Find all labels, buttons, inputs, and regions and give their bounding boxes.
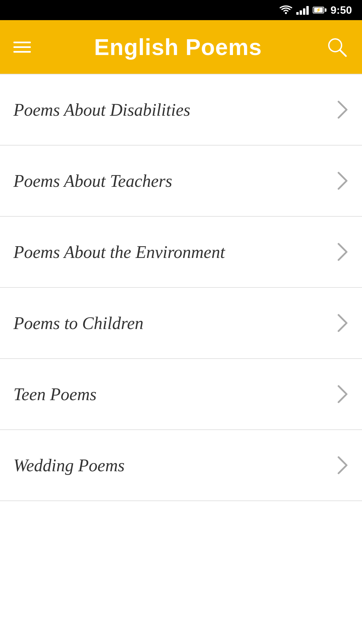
list-item-environment[interactable]: Poems About the Environment [0, 217, 362, 287]
list-item-teachers[interactable]: Poems About Teachers [0, 146, 362, 216]
status-bar: ⚡ 9:50 [0, 0, 362, 20]
search-icon [326, 37, 347, 57]
list-item-label-children: Poems to Children [13, 313, 143, 333]
list-item-children[interactable]: Poems to Children [0, 288, 362, 358]
svg-point-0 [285, 12, 287, 14]
list-item-wedding[interactable]: Wedding Poems [0, 430, 362, 500]
chevron-right-icon [337, 313, 349, 333]
status-time: 9:50 [330, 4, 352, 16]
chevron-right-icon [337, 384, 349, 404]
chevron-right-icon [337, 455, 349, 475]
app-header: English Poems [0, 20, 362, 74]
list-item-label-teen: Teen Poems [13, 384, 97, 404]
list-item-label-teachers: Poems About Teachers [13, 171, 172, 191]
chevron-right-icon [337, 242, 349, 262]
menu-button[interactable] [13, 42, 31, 53]
chevron-right-icon [337, 100, 349, 120]
status-icons: ⚡ 9:50 [280, 4, 352, 16]
list-item-label-disabilities: Poems About Disabilities [13, 100, 190, 120]
list-item-disabilities[interactable]: Poems About Disabilities [0, 74, 362, 145]
search-button[interactable] [325, 35, 349, 59]
signal-bars-icon [296, 5, 309, 15]
list-item-label-environment: Poems About the Environment [13, 242, 225, 262]
list-item-label-wedding: Wedding Poems [13, 455, 125, 475]
page-title: English Poems [94, 34, 262, 60]
wifi-icon [280, 5, 292, 15]
poem-category-list: Poems About DisabilitiesPoems About Teac… [0, 74, 362, 501]
svg-line-3 [340, 50, 346, 56]
divider-wedding [0, 500, 362, 501]
list-item-teen[interactable]: Teen Poems [0, 359, 362, 429]
chevron-right-icon [337, 171, 349, 191]
battery-icon: ⚡ [313, 7, 326, 13]
